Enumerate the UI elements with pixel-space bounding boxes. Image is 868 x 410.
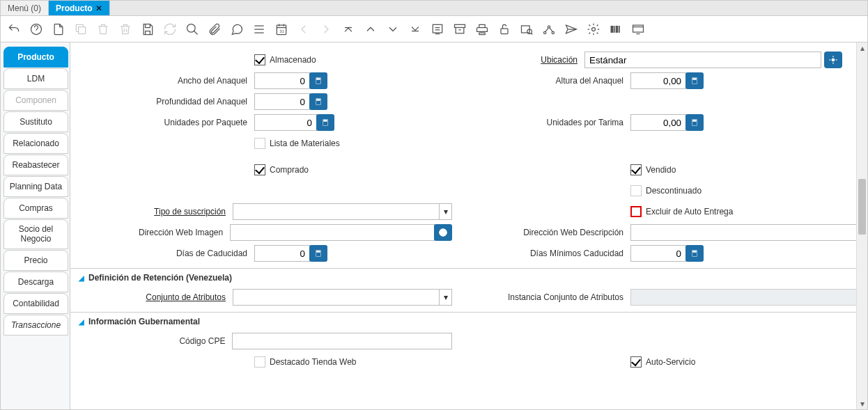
nav-up-icon[interactable]	[363, 22, 378, 37]
sidebar-item-descarga[interactable]: Descarga	[3, 271, 68, 292]
attachment-icon[interactable]	[207, 22, 222, 37]
sidebar-item-transacciones[interactable]: Transaccione	[3, 315, 68, 336]
svg-rect-14	[611, 26, 614, 33]
save-icon[interactable]	[140, 22, 155, 37]
delete-icon	[95, 22, 111, 37]
input-profundidad[interactable]	[254, 93, 310, 110]
sidebar-item-relacionado[interactable]: Relacionado	[3, 133, 68, 154]
svg-point-12	[552, 31, 554, 33]
combo-conjunto-atributos[interactable]: ▾	[233, 289, 452, 306]
label-ubicacion[interactable]: Ubicación	[406, 55, 584, 65]
section-gubernamental[interactable]: ◢ Información Gubernamental	[70, 312, 856, 328]
checkbox-excluir-auto-entrega[interactable]	[630, 206, 642, 217]
sidebar-item-ldm[interactable]: LDM	[3, 68, 68, 89]
calc-button[interactable]	[309, 245, 327, 262]
screen-icon[interactable]	[630, 22, 646, 37]
svg-rect-33	[317, 251, 320, 253]
close-icon[interactable]: ✕	[95, 3, 102, 13]
chevron-down-icon[interactable]: ▾	[439, 290, 451, 305]
input-dir-web-imagen[interactable]	[230, 224, 435, 241]
checkbox-destacado-tienda[interactable]	[254, 356, 265, 368]
workflow-icon[interactable]	[541, 22, 557, 37]
checkbox-vendido[interactable]	[630, 164, 642, 175]
nav-last-icon[interactable]	[408, 22, 423, 37]
sidebar-item-producto[interactable]: Producto	[3, 47, 68, 68]
input-codigo-cpe[interactable]	[232, 333, 452, 349]
sidebar-item-precio[interactable]: Precio	[3, 250, 68, 271]
label-conjunto-atributos[interactable]: Conjunto de Atributos	[76, 292, 233, 302]
calc-button[interactable]	[316, 114, 334, 131]
sidebar-item-contabilidad[interactable]: Contabilidad	[3, 293, 68, 314]
calc-button[interactable]	[309, 72, 327, 89]
scroll-thumb[interactable]	[858, 179, 866, 235]
input-unidades-paquete[interactable]	[254, 114, 317, 131]
checkbox-descontinuado[interactable]	[630, 185, 642, 196]
svg-point-2	[187, 24, 196, 32]
svg-text:31: 31	[280, 29, 284, 33]
input-ancho-anaquel[interactable]	[254, 72, 310, 89]
nav-prev-icon	[296, 22, 311, 37]
sidebar-item-planning[interactable]: Planning Data	[3, 176, 68, 197]
input-unidades-tarima[interactable]	[630, 114, 686, 131]
product-info-icon[interactable]	[608, 22, 623, 37]
form-content: Almacenado Ubicación Ancho del Anaquel	[70, 42, 856, 409]
sidebar-item-compras[interactable]: Compras	[3, 198, 68, 219]
input-dir-web-desc[interactable]	[630, 224, 856, 241]
input-ubicacion[interactable]	[584, 52, 821, 68]
combo-tipo-suscripcion[interactable]: ▾	[233, 203, 452, 220]
label-profundidad: Profundidad del Anaquel	[76, 97, 254, 107]
label-lista-materiales: Lista de Materiales	[270, 139, 340, 148]
label-tipo-suscripcion[interactable]: Tipo de suscripción	[76, 207, 233, 216]
sidebar-item-socio[interactable]: Socio del Negocio	[3, 219, 68, 249]
calc-button[interactable]	[685, 114, 704, 131]
checkbox-auto-servicio[interactable]	[630, 356, 642, 368]
tab-menu[interactable]: Menú (0)	[1, 1, 49, 15]
svg-rect-27	[324, 120, 327, 122]
label-destacado-tienda: Destacado Tienda Web	[270, 357, 357, 367]
input-dias-caducidad[interactable]	[254, 245, 310, 262]
report-icon[interactable]	[430, 22, 445, 37]
tab-producto[interactable]: Producto ✕	[49, 1, 110, 15]
calc-button[interactable]	[685, 245, 704, 262]
print-icon[interactable]	[474, 22, 490, 37]
calc-button[interactable]	[309, 93, 327, 110]
input-dias-min-caducidad[interactable]	[630, 245, 686, 262]
input-altura-anaquel[interactable]	[630, 72, 686, 89]
checkbox-lista-materiales[interactable]	[254, 138, 265, 149]
checkbox-almacenado[interactable]	[254, 54, 265, 65]
zoom-across-icon[interactable]	[519, 22, 534, 37]
new-record-icon[interactable]	[51, 22, 66, 37]
svg-rect-6	[455, 24, 465, 27]
scroll-down-icon[interactable]: ▾	[857, 398, 867, 409]
archive-icon[interactable]	[452, 22, 467, 37]
label-dias-caducidad: Días de Caducidad	[76, 249, 254, 258]
svg-rect-25	[317, 100, 320, 101]
sidebar-item-componentes[interactable]: Componen	[3, 90, 68, 111]
web-button[interactable]	[434, 224, 452, 241]
main-toolbar: 31	[1, 16, 867, 42]
sidebar-item-reabastecer[interactable]: Reabastecer	[3, 155, 68, 175]
lock-icon[interactable]	[497, 22, 512, 37]
request-icon[interactable]	[564, 22, 579, 37]
undo-icon[interactable]	[6, 22, 22, 37]
label-excluir-auto-entrega: Excluir de Auto Entrega	[646, 207, 733, 216]
label-ancho-anaquel: Ancho del Anaquel	[76, 76, 254, 86]
svg-point-10	[544, 31, 546, 33]
search-icon[interactable]	[185, 22, 200, 37]
section-retencion[interactable]: ◢ Definición de Retención (Venezuela)	[70, 268, 856, 284]
svg-point-13	[592, 27, 596, 31]
gear-icon[interactable]	[586, 22, 601, 37]
checkbox-comprado[interactable]	[254, 164, 265, 175]
nav-first-icon[interactable]	[341, 22, 356, 37]
chat-icon[interactable]	[229, 22, 245, 37]
vertical-scrollbar[interactable]: ▴ ▾	[856, 42, 867, 409]
locator-button[interactable]	[824, 52, 842, 68]
nav-down-icon[interactable]	[385, 22, 401, 37]
help-icon[interactable]	[29, 22, 44, 37]
chevron-down-icon[interactable]: ▾	[439, 204, 451, 219]
calc-button[interactable]	[685, 72, 704, 89]
scroll-up-icon[interactable]: ▴	[857, 42, 867, 54]
list-icon[interactable]	[251, 22, 267, 37]
calendar-icon[interactable]: 31	[274, 22, 289, 37]
sidebar-item-sustituto[interactable]: Sustituto	[3, 111, 68, 132]
